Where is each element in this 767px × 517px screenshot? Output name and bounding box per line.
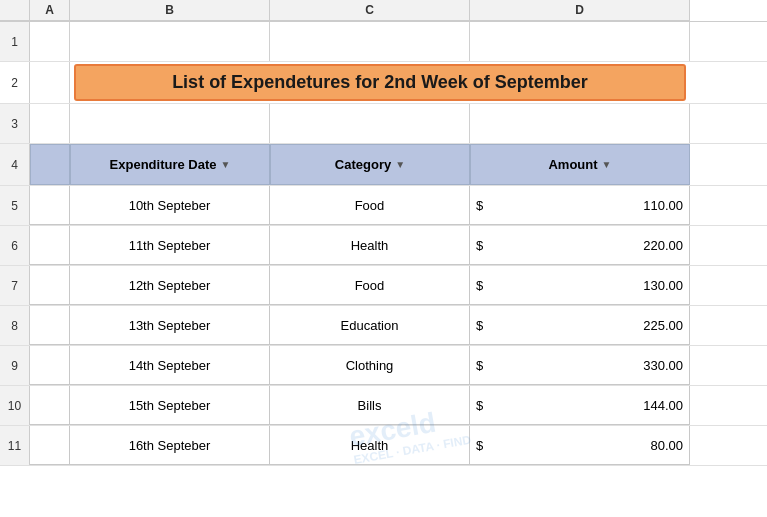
dollar-sign-7: $	[476, 278, 483, 293]
row-num-1: 1	[0, 22, 30, 61]
amount-content-5: $ 110.00	[476, 198, 683, 213]
title-span: List of Expendetures for 2nd Week of Sep…	[70, 62, 690, 103]
cell-3a	[30, 104, 70, 143]
dollar-sign-5: $	[476, 198, 483, 213]
cell-6a	[30, 226, 70, 265]
amount-value-8: 225.00	[489, 318, 683, 333]
amount-content-6: $ 220.00	[476, 238, 683, 253]
cell-category-9[interactable]: Clothing	[270, 346, 470, 385]
dollar-sign-11: $	[476, 438, 483, 453]
title-cell: List of Expendetures for 2nd Week of Sep…	[74, 64, 686, 101]
cell-5a	[30, 186, 70, 225]
amount-value-5: 110.00	[489, 198, 683, 213]
row-num-2: 2	[0, 62, 30, 103]
cell-9a	[30, 346, 70, 385]
row-4-header: 4 Expenditure Date ▼ Category ▼ Amount ▼	[0, 144, 767, 186]
cell-category-5[interactable]: Food	[270, 186, 470, 225]
cell-category-7[interactable]: Food	[270, 266, 470, 305]
cell-date-5[interactable]: 10th Septeber	[70, 186, 270, 225]
cell-date-9[interactable]: 14th Septeber	[70, 346, 270, 385]
cell-11a	[30, 426, 70, 465]
row-2: 2 List of Expendetures for 2nd Week of S…	[0, 62, 767, 104]
cell-amount-8[interactable]: $ 225.00	[470, 306, 690, 345]
category-header-label: Category	[335, 157, 391, 172]
dollar-sign-8: $	[476, 318, 483, 333]
amount-value-7: 130.00	[489, 278, 683, 293]
cell-category-11[interactable]: Health	[270, 426, 470, 465]
cell-1c	[270, 22, 470, 61]
category-dropdown-icon[interactable]: ▼	[395, 159, 405, 170]
cell-amount-5[interactable]: $ 110.00	[470, 186, 690, 225]
cell-2a	[30, 62, 70, 103]
cell-4a	[30, 144, 70, 185]
cell-7a	[30, 266, 70, 305]
cell-category-6[interactable]: Health	[270, 226, 470, 265]
cell-8a	[30, 306, 70, 345]
col-header-b: B	[70, 0, 270, 21]
amount-value-11: 80.00	[489, 438, 683, 453]
dollar-sign-9: $	[476, 358, 483, 373]
row-num-10: 10	[0, 386, 30, 425]
cell-3b	[70, 104, 270, 143]
row-1: 1	[0, 22, 767, 62]
row-num-11: 11	[0, 426, 30, 465]
cell-category-8[interactable]: Education	[270, 306, 470, 345]
cell-3c	[270, 104, 470, 143]
dollar-sign-10: $	[476, 398, 483, 413]
row-num-9: 9	[0, 346, 30, 385]
cell-category-10[interactable]: Bills	[270, 386, 470, 425]
cell-date-10[interactable]: 15th Septeber	[70, 386, 270, 425]
cell-1a	[30, 22, 70, 61]
cell-date-11[interactable]: 16th Septeber	[70, 426, 270, 465]
amount-value-9: 330.00	[489, 358, 683, 373]
row-num-5: 5	[0, 186, 30, 225]
amount-content-7: $ 130.00	[476, 278, 683, 293]
col-header-d: D	[470, 0, 690, 21]
row-5: 5 10th Septeber Food $ 110.00	[0, 186, 767, 226]
row-9: 9 14th Septeber Clothing $ 330.00	[0, 346, 767, 386]
spreadsheet: A B C D 1 2 List of Expendetures for 2nd…	[0, 0, 767, 517]
row-7: 7 12th Septeber Food $ 130.00	[0, 266, 767, 306]
amount-value-10: 144.00	[489, 398, 683, 413]
col-header-category[interactable]: Category ▼	[270, 144, 470, 185]
amount-content-11: $ 80.00	[476, 438, 683, 453]
amount-value-6: 220.00	[489, 238, 683, 253]
cell-1b	[70, 22, 270, 61]
cell-10a	[30, 386, 70, 425]
row-3: 3	[0, 104, 767, 144]
rows: 1 2 List of Expendetures for 2nd Week of…	[0, 22, 767, 466]
dollar-sign-6: $	[476, 238, 483, 253]
column-headers: A B C D	[0, 0, 767, 22]
cell-1d	[470, 22, 690, 61]
amount-header-label: Amount	[548, 157, 597, 172]
row-num-8: 8	[0, 306, 30, 345]
amount-content-9: $ 330.00	[476, 358, 683, 373]
cell-date-7[interactable]: 12th Septeber	[70, 266, 270, 305]
row-num-3: 3	[0, 104, 30, 143]
row-8: 8 13th Septeber Education $ 225.00	[0, 306, 767, 346]
cell-amount-11[interactable]: $ 80.00	[470, 426, 690, 465]
amount-content-10: $ 144.00	[476, 398, 683, 413]
cell-date-8[interactable]: 13th Septeber	[70, 306, 270, 345]
cell-date-6[interactable]: 11th Septeber	[70, 226, 270, 265]
cell-amount-6[interactable]: $ 220.00	[470, 226, 690, 265]
row-10: 10 15th Septeber Bills $ 144.00	[0, 386, 767, 426]
row-num-6: 6	[0, 226, 30, 265]
amount-content-8: $ 225.00	[476, 318, 683, 333]
data-rows: 5 10th Septeber Food $ 110.00 6 11th Sep…	[0, 186, 767, 466]
row-num-4: 4	[0, 144, 30, 185]
date-dropdown-icon[interactable]: ▼	[221, 159, 231, 170]
cell-3d	[470, 104, 690, 143]
title-text: List of Expendetures for 2nd Week of Sep…	[172, 72, 588, 93]
cell-amount-9[interactable]: $ 330.00	[470, 346, 690, 385]
row-11: 11 16th Septeber Health $ 80.00	[0, 426, 767, 466]
amount-dropdown-icon[interactable]: ▼	[602, 159, 612, 170]
row-6: 6 11th Septeber Health $ 220.00	[0, 226, 767, 266]
col-header-amount[interactable]: Amount ▼	[470, 144, 690, 185]
row-num-7: 7	[0, 266, 30, 305]
cell-amount-7[interactable]: $ 130.00	[470, 266, 690, 305]
col-header-c: C	[270, 0, 470, 21]
col-header-date[interactable]: Expenditure Date ▼	[70, 144, 270, 185]
cell-amount-10[interactable]: $ 144.00	[470, 386, 690, 425]
date-header-label: Expenditure Date	[110, 157, 217, 172]
